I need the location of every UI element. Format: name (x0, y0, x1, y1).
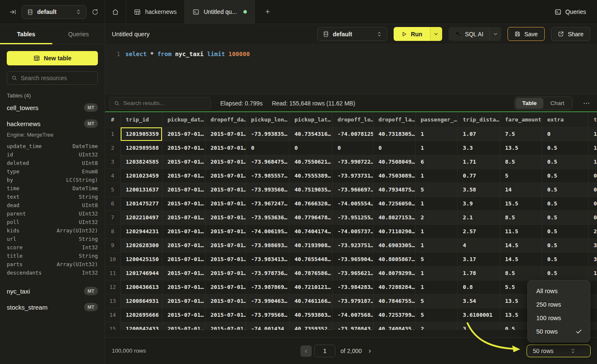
cell[interactable]: 40.8079299… (373, 267, 416, 280)
cell[interactable]: 0.5 (542, 267, 589, 280)
cell[interactable]: 1202628300 (121, 239, 162, 253)
cell[interactable]: 3.9 (458, 197, 500, 211)
cell[interactable]: 1203824585 (121, 155, 162, 169)
cell[interactable]: 0 (589, 211, 597, 225)
sidebar-item-nyc-taxi[interactable]: nyc_taxi MT (0, 284, 105, 298)
cell[interactable]: 3.17 (458, 253, 500, 267)
results-search[interactable] (109, 97, 211, 110)
cell[interactable]: -73.979568… (246, 308, 289, 322)
cell[interactable]: -74.006195… (246, 225, 289, 239)
sql-editor[interactable]: 1 select * from nyc_taxi limit 100000 (105, 44, 597, 95)
more-options-button[interactable] (582, 100, 591, 107)
share-button[interactable]: Share (551, 27, 590, 41)
cell[interactable]: 2015-07-01… (162, 280, 205, 294)
cell[interactable]: 1200425150 (121, 253, 162, 267)
cell[interactable]: 40.7550621… (289, 155, 332, 169)
view-table-button[interactable]: Table (516, 98, 543, 109)
cell[interactable]: 1 (589, 127, 597, 141)
cell[interactable]: 2015-07-01… (162, 267, 205, 280)
cell[interactable]: 8.5 (500, 155, 542, 169)
cell[interactable]: 40.7555389… (289, 169, 332, 183)
column-header[interactable]: dropoff_la… (373, 112, 416, 127)
cell[interactable]: 1 (416, 239, 458, 253)
cell[interactable]: 40.7934875… (373, 183, 416, 197)
cell[interactable]: 2015-07-01… (205, 197, 246, 211)
cell[interactable]: -73.966697… (332, 183, 373, 197)
cell[interactable]: 2015-07-01… (205, 294, 246, 308)
cell[interactable]: 14 (500, 183, 542, 197)
cell[interactable]: 11.5 (500, 225, 542, 239)
column-header[interactable]: t (589, 112, 597, 127)
cell[interactable]: 6 (416, 155, 458, 169)
cell[interactable]: 2.57 (458, 225, 500, 239)
cell[interactable]: -73.984283… (332, 280, 373, 294)
cell[interactable]: 14.5 (500, 239, 542, 253)
cell[interactable]: 1.78 (458, 267, 500, 280)
cell[interactable]: 0.5 (542, 141, 589, 155)
cell[interactable]: 15.5 (500, 197, 542, 211)
run-button[interactable]: Run (394, 27, 442, 41)
cell[interactable]: 2015-07-01… (205, 211, 246, 225)
cell[interactable]: 2015-07-01… (205, 267, 246, 280)
cell[interactable]: 2015-07-01… (162, 127, 205, 141)
cell[interactable]: 40.7408435… (373, 322, 416, 330)
cell[interactable]: 40.7253799… (373, 308, 416, 322)
cell[interactable]: 5 (416, 294, 458, 308)
results-search-input[interactable] (123, 100, 206, 106)
cell[interactable]: 5 (416, 183, 458, 197)
cell[interactable]: -73.965621… (332, 267, 373, 280)
cell[interactable]: 0.5 (542, 169, 589, 183)
database-selector[interactable]: default (22, 5, 86, 19)
cell[interactable]: 2015-07-01… (162, 294, 205, 308)
cell[interactable]: 40.7519035… (289, 183, 332, 197)
cell[interactable]: 3.6100001 (458, 308, 500, 322)
cell[interactable]: 2015-07-01… (162, 322, 205, 330)
cell[interactable]: 1 (416, 141, 458, 155)
cell[interactable]: -73.990463… (246, 294, 289, 308)
tab-untitled-query[interactable]: Untitled qu... (185, 0, 255, 24)
cell[interactable]: 5 (416, 308, 458, 322)
cell[interactable]: 5 (416, 253, 458, 267)
cell[interactable]: 5 (500, 169, 542, 183)
cell[interactable]: 14.5 (500, 253, 542, 267)
cell[interactable]: 8.5 (500, 211, 542, 225)
cell[interactable]: 1 (416, 127, 458, 141)
cell[interactable]: 3 (589, 239, 597, 253)
cell[interactable]: 1202989588 (121, 141, 162, 155)
cell[interactable]: 1 (416, 197, 458, 211)
cell[interactable]: -73.968475… (246, 155, 289, 169)
cell[interactable]: 2015-07-01… (162, 225, 205, 239)
cell[interactable]: 40.7508049… (373, 155, 416, 169)
sidebar-tab-queries[interactable]: Queries (52, 24, 105, 44)
tab-home[interactable] (105, 0, 126, 24)
cell[interactable]: 2015-07-01… (205, 169, 246, 183)
cell[interactable]: 40.7876586… (289, 267, 332, 280)
cell[interactable]: -73.993560… (246, 183, 289, 197)
new-tab-button[interactable]: + (255, 0, 280, 24)
cell[interactable]: 0.5 (542, 155, 589, 169)
cell[interactable]: 2015-07-01… (162, 141, 205, 155)
column-header[interactable]: extra (542, 112, 589, 127)
cell[interactable]: 40.8005867… (373, 253, 416, 267)
cell[interactable]: 2015-07-01… (162, 183, 205, 197)
cell[interactable]: 8.5 (500, 267, 542, 280)
cell[interactable]: 1 (589, 267, 597, 280)
cell[interactable]: 0 (542, 127, 589, 141)
cell[interactable]: 1201475277 (121, 197, 162, 211)
column-header[interactable]: pickup_lat… (289, 112, 332, 127)
cell[interactable]: 13.5 (500, 141, 542, 155)
cell[interactable]: 1201746944 (121, 267, 162, 280)
collapse-sidebar-icon[interactable] (9, 8, 16, 16)
queries-button[interactable]: Queries (554, 0, 597, 24)
cell[interactable]: 0 (246, 141, 289, 155)
cell[interactable]: -73.978736… (246, 267, 289, 280)
tab-hackernews[interactable]: hackernews (126, 0, 185, 24)
cell[interactable]: 40.7796478… (289, 211, 332, 225)
cell[interactable]: -73.923751… (332, 239, 373, 253)
cell[interactable]: 1 (589, 141, 597, 155)
cell[interactable]: 1 (416, 267, 458, 280)
cell[interactable]: 2 (416, 322, 458, 330)
cell[interactable]: 2015-07-01… (205, 239, 246, 253)
cell[interactable]: 2015-07-01… (205, 141, 246, 155)
column-header[interactable]: pickup_dat… (162, 112, 205, 127)
